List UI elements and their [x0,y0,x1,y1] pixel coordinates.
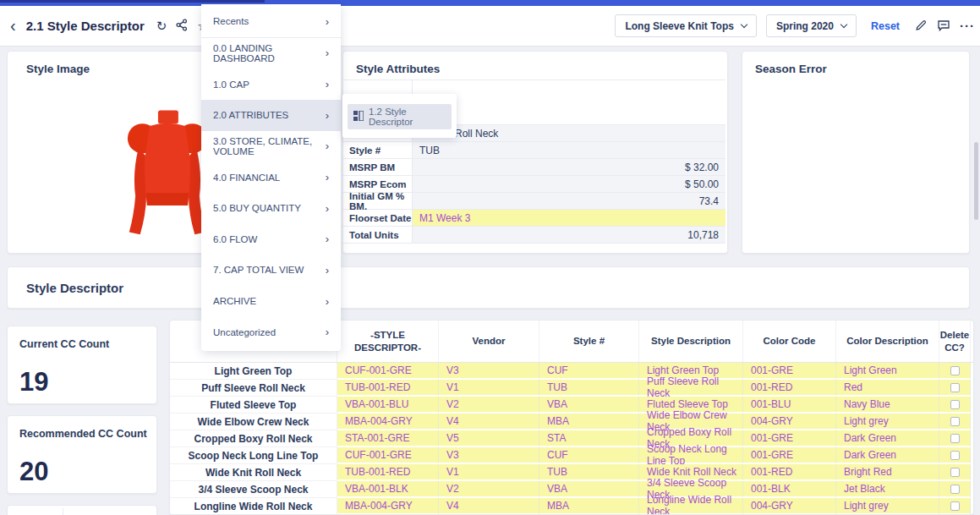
cell-style_num[interactable]: TUB [539,464,639,481]
cell-color_description[interactable]: Navy Blue [836,397,939,414]
delete-cc-checkbox[interactable] [950,468,960,477]
menu-item-5-0-buy-quantity[interactable]: 5.0 BUY QUANTITY› [201,193,341,224]
cell-descriptor[interactable]: VBA-001-BLU [337,397,439,414]
cell-style_num[interactable]: MBA [539,414,639,430]
header-controls: Long Sleeve Knit Tops Spring 2020 Reset … [615,14,975,37]
attr-value[interactable]: TUB [413,142,725,158]
table-row-light-green-top: Light Green TopCUF-001-GREV3CUFLight Gre… [170,363,973,380]
cell-vendor[interactable]: V5 [439,430,539,447]
cell-descriptor[interactable]: CUF-001-GRE [337,447,439,464]
menu-item-recents[interactable]: Recents› [201,6,341,38]
vertical-scrollbar-thumb[interactable] [974,142,978,220]
style-attributes-title: Style Attributes [356,63,440,75]
cell-vendor[interactable]: V2 [439,397,539,414]
cell-color_description[interactable]: Dark Green [836,430,939,447]
column-header-style: Style # [539,321,639,362]
table-row-puff-sleeve-roll-neck: Puff Sleeve Roll NeckTUB-001-REDV1TUBPuf… [170,380,973,397]
reset-link[interactable]: Reset [871,20,900,32]
delete-cc-checkbox[interactable] [950,434,960,443]
cell-vendor[interactable]: V1 [439,380,539,397]
share-icon[interactable] [176,19,188,33]
delete-cc-checkbox[interactable] [950,451,960,460]
cell-style_description[interactable]: Scoop Neck Long Line Top [639,447,743,464]
back-chevron-icon[interactable]: ‹ [10,17,16,34]
delete-cc-checkbox[interactable] [950,400,960,409]
cell-color_code[interactable]: 001-BLU [743,397,836,414]
chevron-right-icon: › [326,78,329,90]
attr-value [413,80,725,124]
refresh-icon[interactable]: ↻ [156,19,167,32]
attr-value[interactable]: M1 Week 3 [413,210,725,226]
attr-label: MSRP Ecom [343,176,413,192]
cell-color_description[interactable]: Light grey [836,414,939,430]
cell-descriptor[interactable]: MBA-004-GRY [337,498,439,515]
cell-color_code[interactable]: 001-GRE [743,363,836,380]
menu-item-1-0-cap[interactable]: 1.0 CAP› [201,68,341,100]
cell-color_description[interactable]: Light Green [836,363,939,380]
cell-style_num[interactable]: STA [539,430,639,447]
cell-vendor[interactable]: V1 [439,464,539,481]
cell-color_description[interactable]: Jet Black [836,481,939,498]
menu-item-label: 7. CAP TOTAL VIEW [213,265,304,275]
cell-style_description[interactable]: Puff Sleeve Roll Neck [639,380,743,397]
cell-color_description[interactable]: Red [836,380,939,397]
product-filter-dropdown[interactable]: Long Sleeve Knit Tops [615,14,756,37]
delete-cc-checkbox[interactable] [950,366,960,375]
cell-descriptor[interactable]: TUB-001-RED [337,464,439,481]
comment-icon[interactable] [937,19,950,34]
cell-vendor[interactable]: V3 [439,447,539,464]
more-options-icon[interactable]: ··· [960,19,975,33]
delete-cc-checkbox[interactable] [950,417,960,426]
menu-item-uncategorized[interactable]: Uncategorized› [201,316,341,348]
attr-value[interactable]: 10,718 [413,227,725,243]
cell-color_code[interactable]: 001-GRE [743,447,836,464]
menu-item-2-0-attributes[interactable]: 2.0 ATTRIBUTES› [201,100,341,131]
cell-color_code[interactable]: 004-GRY [743,414,836,430]
menu-item-7-cap-total-view[interactable]: 7. CAP TOTAL VIEW› [201,255,341,286]
cell-style_num[interactable]: CUF [539,447,639,464]
cell-style_num[interactable]: TUB [539,380,639,397]
delete-cc-checkbox[interactable] [950,485,960,494]
menu-item-4-0-financial[interactable]: 4.0 FINANCIAL› [201,162,341,193]
recommended-cc-count-card: Recommended CC Count 20 [7,415,157,494]
attr-value[interactable]: $ 32.00 [413,159,725,175]
cell-descriptor[interactable]: VBA-001-BLK [337,481,439,498]
edit-pencil-icon[interactable] [914,19,928,34]
attr-value[interactable]: 73.4 [413,193,725,209]
recommended-cc-count-value: 20 [19,457,48,487]
cell-descriptor[interactable]: MBA-004-GRY [337,414,439,430]
cell-descriptor[interactable]: STA-001-GRE [337,430,439,447]
cell-color_description[interactable]: Dark Green [836,447,939,464]
chevron-right-icon: › [326,326,329,338]
menu-item-0-0-landing-dashboard[interactable]: 0.0 LANDING DASHBOARD› [201,38,341,69]
menu-item-6-0-flow[interactable]: 6.0 FLOW› [201,223,341,255]
cell-delete-cc [939,464,971,481]
cell-descriptor[interactable]: CUF-001-GRE [337,363,439,380]
cell-vendor[interactable]: V4 [439,498,539,515]
cell-descriptor[interactable]: TUB-001-RED [337,380,439,397]
delete-cc-checkbox[interactable] [950,383,960,392]
cell-color_code[interactable]: 001-RED [743,464,836,481]
menu-item-archive[interactable]: ARCHIVE› [201,286,341,317]
cell-color_code[interactable]: 001-BLK [743,481,836,498]
submenu-item-1-2-style-descriptor[interactable]: 1.2 Style Descriptor [348,104,452,129]
cell-style_num[interactable]: VBA [539,397,639,414]
cell-vendor[interactable]: V4 [439,414,539,430]
cell-delete-cc [939,397,971,414]
delete-cc-checkbox[interactable] [950,501,960,511]
cell-color_description[interactable]: Bright Red [836,464,939,481]
cell-vendor[interactable]: V2 [439,481,539,498]
cell-style_num[interactable]: VBA [539,481,639,498]
cell-color_code[interactable]: 001-GRE [743,430,836,447]
cell-vendor[interactable]: V3 [439,363,539,380]
cell-color_code[interactable]: 004-GRY [743,498,836,515]
menu-item-3-0-store-climate-volume[interactable]: 3.0 STORE, CLIMATE, VOLUME› [201,131,341,162]
menu-item-label: 4.0 FINANCIAL [213,173,280,183]
season-filter-dropdown[interactable]: Spring 2020 [766,14,857,37]
cell-color_code[interactable]: 001-RED [743,380,836,397]
attr-value[interactable]: $ 50.00 [413,176,725,192]
cell-style_description[interactable]: Longline Wide Roll Neck [639,498,743,515]
cell-style_num[interactable]: CUF [539,363,639,380]
cell-style_num[interactable]: MBA [539,498,639,515]
cell-color_description[interactable]: Light grey [836,498,939,515]
